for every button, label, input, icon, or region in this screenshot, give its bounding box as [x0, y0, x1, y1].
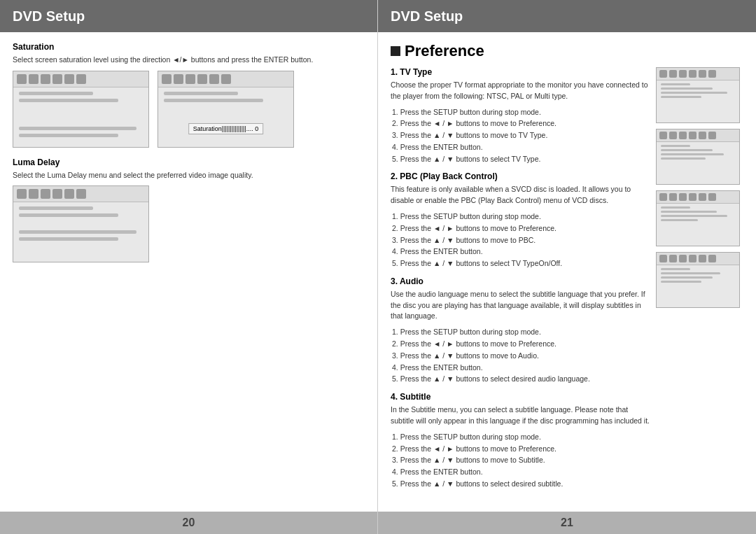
screen-body-luma [13, 202, 148, 248]
icon6c [76, 189, 86, 199]
pbc-step5: 5. Press the ▲ / ▼ buttons to select TV … [392, 258, 650, 269]
section-audio: 3. Audio Use the audio language menu to … [391, 276, 650, 385]
saturation-screen-2: Saturation|||||||||||||||.... 0 [158, 71, 294, 148]
icon3c [41, 189, 50, 199]
icon2 [29, 74, 38, 84]
audio-screen [656, 190, 740, 246]
line2b [164, 99, 263, 102]
pbc-icon1 [659, 132, 667, 139]
step3: 3. Press the ▲ / ▼ buttons to move to TV… [392, 129, 650, 141]
screen-body-2 [158, 87, 293, 110]
luma-title: Luma Delay [13, 157, 365, 167]
audio-step3: 3. Press the ▲ / ▼ buttons to move to Au… [392, 350, 650, 362]
step4: 4. Press the ENTER button. [392, 141, 650, 153]
pbc-title: 2. PBC (Play Back Control) [391, 171, 650, 181]
pbc-icon4 [689, 132, 696, 139]
pbcline2 [661, 149, 713, 151]
section-pbc: 2. PBC (Play Back Control) This feature … [391, 171, 650, 269]
right-title: DVD Setup [391, 8, 463, 24]
tv-icon6 [708, 70, 716, 78]
sub-step2: 2. Press the ◄ / ► buttons to move to Pr… [392, 443, 650, 455]
subtitle-title: 4. Subtitle [391, 392, 650, 402]
audioline1 [661, 206, 690, 209]
luma-desc: Select the Luma Delay menu and select th… [13, 170, 365, 181]
sub-icon4 [689, 255, 696, 262]
saturation-title: Saturation [13, 42, 365, 52]
luma-screen [13, 185, 149, 262]
audio-icon5 [699, 193, 706, 201]
audio-icon2 [669, 193, 677, 201]
subtitle-screen [656, 252, 740, 308]
sub-step3: 3. Press the ▲ / ▼ buttons to move to Su… [392, 454, 650, 466]
pbc-icon3 [679, 132, 687, 139]
subline2 [661, 272, 720, 274]
section-tv-type: 1. TV Type Choose the proper TV format a… [391, 67, 650, 164]
sub-screen-body [657, 265, 739, 288]
sub-icon5 [699, 255, 706, 262]
pbc-icon5 [699, 132, 706, 139]
pbc-step2: 2. Press the ◄ / ► buttons to move to Pr… [392, 223, 650, 234]
line3 [19, 127, 136, 130]
tvline4 [661, 96, 701, 98]
audio-steps: 1. Press the SETUP button during stop mo… [391, 326, 650, 385]
screen-body-1 [13, 87, 148, 145]
right-layout: 1. TV Type Choose the proper TV format a… [391, 67, 743, 497]
line2c [19, 213, 118, 217]
sub-icon1 [659, 255, 667, 262]
icon4b [197, 74, 207, 84]
icon1c [17, 189, 27, 199]
step1: 1. Press the SETUP button during stop mo… [392, 106, 650, 118]
line4c [19, 237, 118, 241]
line1c [19, 206, 93, 210]
sub-step5: 5. Press the ▲ / ▼ buttons to select des… [392, 478, 650, 490]
black-square-icon [391, 46, 400, 56]
toolbar-luma [13, 186, 148, 202]
step2: 2. Press the ◄ / ► buttons to move to Pr… [392, 118, 650, 129]
audio-step1: 1. Press the SETUP button during stop mo… [392, 326, 650, 338]
pbc-screen-body [657, 142, 739, 164]
sub-icon6 [708, 255, 716, 262]
pbc-icon2 [669, 132, 677, 139]
audio-step4: 4. Press the ENTER button. [392, 362, 650, 374]
tvline3 [661, 92, 727, 94]
tv-type-steps: 1. Press the SETUP button during stop mo… [391, 106, 650, 165]
saturation-screens: Saturation|||||||||||||||.... 0 [13, 71, 365, 155]
line3c [19, 230, 136, 234]
subline3 [661, 276, 713, 279]
audio-body: Use the audio language menu to select th… [391, 289, 650, 322]
toolbar-1 [13, 71, 148, 87]
icon4c [52, 189, 62, 199]
audio-step5: 5. Press the ▲ / ▼ buttons to select des… [392, 373, 650, 385]
icon4 [52, 74, 62, 84]
audio-icon4 [689, 193, 696, 201]
subline4 [661, 281, 701, 283]
saturation-section: Saturation Select screen saturation leve… [13, 42, 365, 155]
icon3b [186, 74, 195, 84]
audioline4 [661, 219, 698, 221]
icon3 [41, 74, 50, 84]
tv-type-body: Choose the proper TV format appropriate … [391, 80, 650, 102]
pbc-screen [656, 129, 740, 185]
audio-title: 3. Audio [391, 276, 650, 286]
subtitle-steps: 1. Press the SETUP button during stop mo… [391, 431, 650, 490]
tv-icon3 [679, 70, 687, 78]
luma-section: Luma Delay Select the Luma Delay menu an… [13, 157, 365, 270]
pbc-toolbar [657, 129, 739, 142]
sub-step1: 1. Press the SETUP button during stop mo… [392, 431, 650, 443]
left-title: DVD Setup [13, 8, 85, 24]
right-footer: 21 [378, 512, 756, 534]
audioline3 [661, 215, 727, 217]
icon5 [64, 74, 74, 84]
subline1 [661, 268, 690, 270]
audio-toolbar [657, 191, 739, 204]
tv-icon2 [669, 70, 677, 78]
icon2b [174, 74, 183, 84]
sub-toolbar [657, 253, 739, 265]
sub-step4: 4. Press the ENTER button. [392, 466, 650, 478]
pbc-icon6 [708, 132, 716, 139]
pbcline4 [661, 157, 706, 160]
text-column: 1. TV Type Choose the proper TV format a… [391, 67, 650, 497]
tv-icon5 [699, 70, 706, 78]
subtitle-body: In the Subtitle menu, you can select a s… [391, 405, 650, 427]
audio-screen-body [657, 204, 739, 226]
